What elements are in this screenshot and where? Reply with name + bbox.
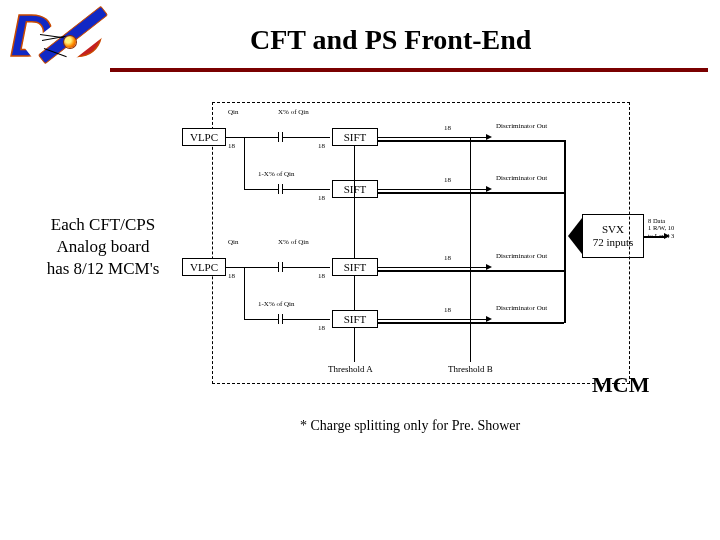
sift-box-2: SIFT	[332, 180, 378, 198]
svx-note-3: to Level 3	[648, 232, 674, 239]
disc-out-1: Discriminator Out	[496, 122, 547, 130]
slide: D O CFT and PS Front-End Each CFT/CPS An…	[0, 0, 720, 540]
bus	[378, 322, 564, 324]
wire	[226, 267, 278, 268]
side-line3: has 8/12 MCM's	[47, 259, 160, 278]
wire	[244, 267, 245, 319]
side-description: Each CFT/CPS Analog board has 8/12 MCM's	[28, 214, 178, 280]
wire	[282, 319, 330, 320]
title-underline	[110, 68, 708, 72]
svx-line2: 72 inputs	[583, 236, 643, 249]
bus	[378, 192, 564, 194]
capacitor-icon	[278, 314, 279, 324]
n18-1c: 18	[444, 124, 451, 132]
qin-label-2: Qin	[228, 238, 239, 246]
n18-1b: 18	[318, 142, 325, 150]
side-line2: Analog board	[56, 237, 149, 256]
wire	[378, 319, 488, 320]
capacitor-icon	[278, 184, 279, 194]
xq-label-1: X% of Qin	[278, 108, 309, 116]
threshold-b-label: Threshold B	[448, 364, 493, 374]
wire	[282, 267, 330, 268]
disc-out-4: Discriminator Out	[496, 304, 547, 312]
svx-note: 8 Data 1 R/W, 10 to Level 3	[648, 217, 710, 239]
wire	[282, 137, 330, 138]
xq-label-2: X% of Qin	[278, 238, 309, 246]
sift-box-4: SIFT	[332, 310, 378, 328]
wire	[226, 137, 278, 138]
page-title: CFT and PS Front-End	[250, 24, 531, 56]
n18-2c: 18	[444, 176, 451, 184]
diagram: Each CFT/CPS Analog board has 8/12 MCM's…	[0, 102, 720, 432]
wire	[244, 319, 278, 320]
n18-3b: 18	[318, 272, 325, 280]
n18-1a: 18	[228, 142, 235, 150]
bus	[378, 270, 564, 272]
threshold-a-label: Threshold A	[328, 364, 373, 374]
capacitor-icon	[278, 262, 279, 272]
svx-note-1: 8 Data	[648, 217, 665, 224]
n18-4c: 18	[444, 306, 451, 314]
svx-box: SVX 72 inputs	[582, 214, 644, 258]
sift-box-1: SIFT	[332, 128, 378, 146]
svx-line1: SVX	[583, 223, 643, 236]
fanin-icon	[568, 218, 582, 254]
qin-label-1: Qin	[228, 108, 239, 116]
footnote: * Charge splitting only for Pre. Shower	[300, 418, 520, 434]
wire	[378, 137, 488, 138]
svx-note-2: 1 R/W, 10	[648, 224, 674, 231]
one-minus-xq-label-1: 1-X% of Qin	[258, 170, 295, 178]
wire	[244, 189, 278, 190]
disc-out-3: Discriminator Out	[496, 252, 547, 260]
vlpc-box-2: VLPC	[182, 258, 226, 276]
wire	[282, 189, 330, 190]
wire	[470, 137, 471, 362]
wire	[378, 267, 488, 268]
mcm-label: MCM	[592, 372, 649, 398]
side-line1: Each CFT/CPS	[51, 215, 155, 234]
sift-box-3: SIFT	[332, 258, 378, 276]
logo: D O	[10, 6, 114, 76]
logo-dot-icon	[64, 36, 76, 48]
n18-3a: 18	[228, 272, 235, 280]
wire	[244, 137, 245, 189]
n18-2b: 18	[318, 194, 325, 202]
vlpc-box-1: VLPC	[182, 128, 226, 146]
one-minus-xq-label-2: 1-X% of Qin	[258, 300, 295, 308]
disc-out-2: Discriminator Out	[496, 174, 547, 182]
wire	[378, 189, 488, 190]
bus-collector	[564, 140, 566, 323]
wire	[354, 146, 355, 362]
capacitor-icon	[278, 132, 279, 142]
n18-4b: 18	[318, 324, 325, 332]
n18-3c: 18	[444, 254, 451, 262]
bus	[378, 140, 564, 142]
